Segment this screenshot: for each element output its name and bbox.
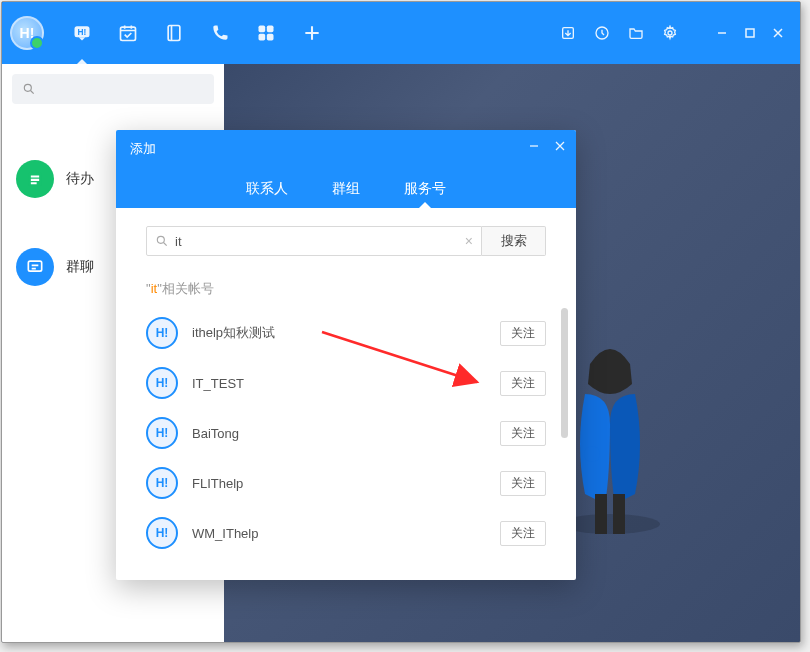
svg-point-18 — [584, 446, 600, 462]
svg-rect-7 — [267, 34, 274, 41]
modal-search-input[interactable] — [175, 234, 459, 249]
user-avatar[interactable]: H! — [10, 16, 44, 50]
sidebar-item-label: 群聊 — [66, 258, 94, 276]
result-avatar-icon: H! — [146, 417, 178, 449]
result-item: H!WM_IThelp关注 — [146, 508, 546, 558]
result-avatar-icon: H! — [146, 367, 178, 399]
result-list: H!ithelp知秋测试关注H!IT_TEST关注H!BaiTong关注H!FL… — [146, 308, 546, 558]
result-name: ithelp知秋测试 — [192, 324, 486, 342]
folder-icon[interactable] — [626, 23, 646, 43]
app-window: H! H! — [1, 1, 801, 643]
result-avatar-icon: H! — [146, 317, 178, 349]
save-icon[interactable] — [558, 23, 578, 43]
result-item: H!BaiTong关注 — [146, 408, 546, 458]
modal-window-controls — [524, 136, 570, 156]
svg-rect-6 — [259, 34, 266, 41]
svg-text:H!: H! — [78, 27, 87, 37]
modal-search-box[interactable]: × — [146, 226, 482, 256]
result-name: FLIThelp — [192, 476, 486, 491]
result-item: H!FLIThelp关注 — [146, 458, 546, 508]
avatar-letter: H! — [20, 25, 35, 41]
calendar-icon[interactable] — [118, 23, 138, 43]
todo-icon — [16, 160, 54, 198]
svg-point-12 — [24, 84, 31, 91]
svg-rect-11 — [746, 29, 754, 37]
titlebar: H! H! — [2, 2, 800, 64]
svg-rect-5 — [267, 26, 274, 33]
modal-title: 添加 — [130, 140, 156, 158]
follow-button[interactable]: 关注 — [500, 521, 546, 546]
modal-search-row: × 搜索 — [146, 226, 546, 256]
tab-groups[interactable]: 群组 — [330, 170, 362, 208]
add-icon[interactable] — [302, 23, 322, 43]
modal-minimize-button[interactable] — [524, 136, 544, 156]
modal-scrollbar[interactable] — [561, 308, 568, 438]
titlebar-right — [558, 21, 792, 45]
result-item: H!IT_TEST关注 — [146, 358, 546, 408]
result-item: H!ithelp知秋测试关注 — [146, 308, 546, 358]
svg-rect-17 — [613, 494, 625, 534]
minimize-button[interactable] — [708, 21, 736, 45]
svg-rect-4 — [259, 26, 266, 33]
tab-service[interactable]: 服务号 — [402, 170, 448, 208]
modal-tabs: 联系人 群组 服务号 — [116, 170, 576, 208]
modal-body: × 搜索 "it"相关帐号 H!ithelp知秋测试关注H!IT_TEST关注H… — [116, 208, 576, 580]
contacts-icon[interactable] — [164, 23, 184, 43]
follow-button[interactable]: 关注 — [500, 421, 546, 446]
follow-button[interactable]: 关注 — [500, 371, 546, 396]
svg-rect-3 — [168, 26, 180, 41]
svg-rect-2 — [121, 27, 136, 40]
add-modal: 添加 联系人 群组 服务号 × 搜索 "it"相关帐号 — [116, 130, 576, 580]
modal-close-button[interactable] — [550, 136, 570, 156]
modal-header: 添加 联系人 群组 服务号 — [116, 130, 576, 208]
search-button[interactable]: 搜索 — [482, 226, 546, 256]
maximize-button[interactable] — [736, 21, 764, 45]
related-label: "it"相关帐号 — [146, 280, 546, 298]
close-button[interactable] — [764, 21, 792, 45]
result-name: IT_TEST — [192, 376, 486, 391]
sidebar-search[interactable] — [12, 74, 214, 104]
result-name: WM_IThelp — [192, 526, 486, 541]
follow-button[interactable]: 关注 — [500, 471, 546, 496]
apps-icon[interactable] — [256, 23, 276, 43]
tab-contacts[interactable]: 联系人 — [244, 170, 290, 208]
follow-button[interactable]: 关注 — [500, 321, 546, 346]
result-avatar-icon: H! — [146, 467, 178, 499]
result-avatar-icon: H! — [146, 517, 178, 549]
phone-icon[interactable] — [210, 23, 230, 43]
svg-point-10 — [668, 31, 672, 35]
search-icon — [155, 234, 169, 248]
result-name: BaiTong — [192, 426, 486, 441]
settings-icon[interactable] — [660, 23, 680, 43]
clear-icon[interactable]: × — [465, 233, 473, 249]
nav-icons: H! — [72, 23, 322, 43]
svg-point-19 — [157, 236, 164, 243]
window-controls — [708, 21, 792, 45]
svg-rect-16 — [595, 494, 607, 534]
group-chat-icon — [16, 248, 54, 286]
sidebar-item-label: 待办 — [66, 170, 94, 188]
history-icon[interactable] — [592, 23, 612, 43]
chat-tab-icon[interactable]: H! — [72, 23, 92, 43]
